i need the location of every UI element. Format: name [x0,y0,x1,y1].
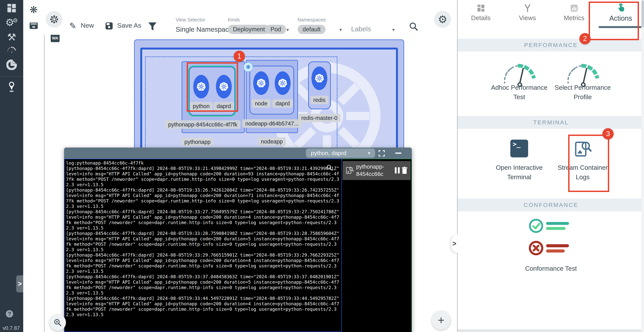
delete-stream-icon[interactable] [401,166,408,174]
terminal-header[interactable]: python, daprd ▼ [64,148,412,159]
kubernetes-icon [257,79,266,87]
annotation-step-badge: 2 [580,33,590,44]
container-daprd-pythonapp[interactable] [216,75,232,98]
tab-actions[interactable]: Actions [598,0,644,29]
kubernetes-icon [219,82,228,91]
section-title: TERMINAL [458,116,644,129]
labels-chevron-down-icon[interactable]: ▼ [391,27,396,32]
conformance-checklist-icon [527,216,575,261]
action-select-performance-profile[interactable]: Select Performance Profile [551,61,614,102]
kubernetes-icon [197,82,206,91]
streamed-containers-sidebar[interactable]: pythonapp-8454cc66c [342,159,412,332]
container-daprd-nodeapp[interactable] [275,71,290,95]
active-tab-indicator [598,26,643,28]
log-entry: [pythonapp-8454cc66c-4f7fk:daprd] 2024-0… [66,296,340,317]
section-title: CONFORMANCE [458,199,644,211]
action-open-interactive-terminal[interactable]: >_ Open Interactive Terminal [487,140,551,182]
panel-scrollbar-thumb[interactable] [642,0,644,27]
container-redis[interactable] [312,66,327,90]
kinds-label: Kinds [228,17,240,23]
container-python[interactable] [193,75,209,98]
collapse-panel-button[interactable]: > [451,234,458,253]
container-label: daprd [272,99,293,108]
new-button-label: New [81,22,94,29]
help-button[interactable]: ? [6,310,13,318]
save-icon [105,22,113,30]
toolbar: ✎ New Save As View Selector Single Names… [44,0,457,35]
dashboard-icon[interactable] [0,3,23,13]
container-selector-value: python, daprd [311,150,346,156]
log-entry: [pythonapp-8454cc66c-4f7fk:daprd] 2024-0… [66,231,340,252]
tab-views[interactable]: Views [504,0,551,29]
view-selector-value: Single Namespace [176,25,232,33]
settings-gears-icon[interactable]: ⚙⚙ [0,17,23,28]
tools-icon[interactable]: ⚒ [0,31,23,43]
tab-label: Actions [598,14,644,22]
pie-chart-icon[interactable] [0,59,23,70]
kind-chip-deployment[interactable]: Deployment [228,25,270,34]
add-node-button[interactable]: + [432,311,450,330]
zoom-in-icon [54,318,62,327]
action-label: Select Performance Profile [551,83,614,102]
kinds-chevron-down-icon[interactable]: ▼ [286,27,290,32]
container-node[interactable] [253,71,269,95]
section-header-performance: PERFORMANCE [458,39,644,51]
plus-icon: + [438,315,444,326]
fullscreen-icon[interactable] [378,150,385,157]
save-as-button[interactable]: Save As [105,22,141,30]
tab-label: Details [458,14,504,22]
tab-metrics[interactable]: Metrics [551,0,598,29]
version-label: v0.7.87 [3,325,20,331]
streamed-pod-row[interactable]: pythonapp-8454cc66c [342,161,411,180]
action-adhoc-performance-test[interactable]: Adhoc Performance Test [487,61,551,102]
performance-gauge-icon[interactable] [0,46,23,54]
chevron-down-icon: ▼ [367,151,371,156]
panel-bottom-strip [458,329,644,332]
pod-label: redis-master-0 [298,114,341,122]
expand-rail-button[interactable]: > [16,275,23,292]
section-header-conformance: CONFORMANCE [458,199,644,211]
annotation-step-badge: 1 [234,51,245,62]
kind-chip-pod[interactable]: Pod [266,25,286,34]
pod-label: pythonapp-8454cc66c-4f7fk [165,120,240,129]
new-button[interactable]: ✎ New [69,21,94,31]
node-actions-panel: > Details Views Metrics Actions [457,0,644,332]
log-output-pane[interactable]: log:pythonapp-8454cc66c-4f7fk [pythonapp… [64,159,342,332]
tab-label: Views [504,14,551,22]
section-header-terminal: TERMINAL [458,116,644,129]
log-entry: [pythonapp-8454cc66c-4f7fk:daprd] 2024-0… [66,166,340,187]
annotation-step-badge: 3 [602,128,614,139]
search-icon[interactable] [409,22,418,31]
settings-button[interactable]: ⚙ [434,11,451,28]
kubernetes-icon [315,74,324,82]
container-selector-dropdown[interactable]: python, daprd ▼ [306,148,375,158]
log-entry: [pythonapp-8454cc66c-4f7fk:daprd] 2024-0… [66,187,340,209]
pause-stream-icon[interactable] [394,167,400,174]
view-selector-label: View Selector [176,17,205,23]
action-conformance-test[interactable]: Conformance Test [519,216,583,273]
tab-label: Metrics [551,14,598,22]
navigation-rail: ⚙⚙ ⚒ > ? v0.7.87 [0,0,23,332]
app-menu-button[interactable] [46,11,62,28]
action-label: Open Interactive Terminal [487,163,551,182]
namespaces-chevron-down-icon[interactable]: ▼ [338,27,343,32]
minimize-button[interactable] [395,153,402,154]
container-label: python [190,102,212,110]
location-pin-icon[interactable] [0,81,23,92]
action-stream-container-logs[interactable]: Stream Container Logs [551,140,614,182]
deployment-label: pythonapp [181,138,214,146]
deployment-label: nodeapp [258,137,286,146]
namespace-chip-default[interactable]: default [298,25,326,34]
log-search-icon[interactable] [326,164,333,171]
tab-details[interactable]: Details [458,0,504,29]
zoom-in-button[interactable] [49,314,66,331]
labels-filter-input[interactable]: Labels [351,25,371,33]
dapr-app-icon [50,15,59,24]
filter-icon[interactable] [148,22,157,32]
drawer-icon[interactable] [23,21,44,30]
streamed-pod-name: pythonapp-8454cc66c [356,163,397,178]
meshery-spiral-icon[interactable]: ❋ [23,4,44,15]
log-terminal-window[interactable]: python, daprd ▼ log:pythonapp-8454cc66c-… [64,148,412,332]
action-label: Stream Container Logs [551,163,614,182]
save-as-label: Save As [117,22,141,29]
